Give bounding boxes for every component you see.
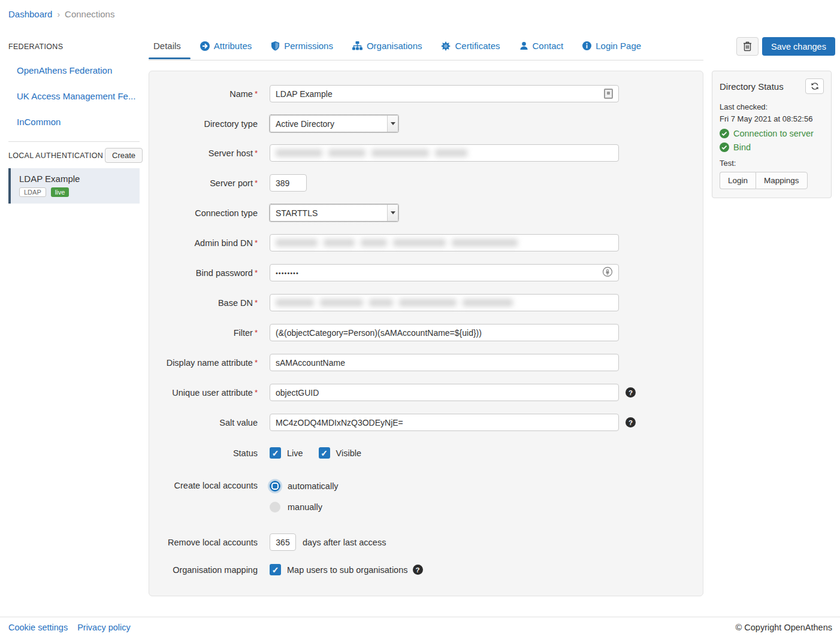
last-checked-value: Fri 7 May 2021 at 08:52:56 — [720, 113, 824, 125]
help-icon[interactable]: ? — [626, 387, 636, 398]
test-label: Test: — [720, 159, 824, 168]
visible-checkbox[interactable]: ✓ — [319, 447, 330, 459]
display-name-attribute-label: Display name attribute* — [149, 358, 258, 368]
help-icon[interactable]: ? — [626, 417, 636, 427]
required-marker: * — [255, 89, 258, 98]
save-changes-button[interactable]: Save changes — [762, 37, 835, 56]
tab-attributes[interactable]: Attributes — [191, 40, 261, 58]
live-checkbox[interactable]: ✓ — [270, 447, 281, 459]
user-icon — [519, 41, 528, 50]
remove-days-suffix: days after last access — [303, 538, 386, 547]
form-row-filter: Filter* (&(objectCategory=Person)(sAMAcc… — [149, 324, 703, 341]
server-port-label: Server port* — [149, 178, 258, 188]
server-host-label: Server host* — [149, 148, 258, 158]
tab-details[interactable]: Details — [149, 40, 191, 58]
chevron-down-icon — [387, 205, 398, 221]
tab-permissions[interactable]: Permissions — [261, 40, 343, 58]
shield-icon — [271, 41, 280, 51]
test-login-button[interactable]: Login — [720, 172, 756, 189]
required-marker: * — [255, 268, 258, 277]
display-name-attribute-input[interactable]: sAMAccountName — [270, 354, 619, 371]
tab-bar: Details Attributes Permissions Organisat… — [149, 40, 703, 60]
remove-days-input[interactable]: 365 — [270, 533, 296, 551]
manually-radio[interactable] — [270, 502, 280, 512]
map-users-checkbox[interactable]: ✓ — [270, 564, 281, 575]
tab-organisations[interactable]: Organisations — [343, 40, 432, 58]
form-row-name: Name* LDAP Example — [149, 85, 703, 102]
redacted-value — [276, 239, 518, 247]
automatically-radio-label: automatically — [288, 481, 339, 491]
organisation-mapping-label: Organisation mapping — [149, 565, 258, 575]
sidebar-item-uk-access-management[interactable]: UK Access Management Fe... — [17, 91, 135, 101]
base-dn-label: Base DN* — [149, 298, 258, 308]
footer: Cookie settings Privacy policy © Copyrig… — [0, 617, 840, 617]
sidebar-divider — [8, 141, 140, 142]
required-marker: * — [255, 358, 258, 367]
required-marker: * — [255, 238, 258, 247]
create-connection-button[interactable]: Create — [105, 148, 143, 163]
connection-live-badge: live — [51, 187, 70, 197]
form-row-unique-user-attribute: Unique user attribute* objectGUID ? — [149, 384, 703, 401]
directory-status-title: Directory Status — [720, 81, 784, 92]
connection-type-badge: LDAP — [19, 187, 46, 197]
breadcrumb-dashboard-link[interactable]: Dashboard — [8, 9, 52, 19]
redacted-value — [276, 299, 513, 307]
server-host-input[interactable] — [270, 144, 619, 162]
cookie-settings-link[interactable]: Cookie settings — [8, 623, 68, 632]
page: Dashboard › Connections FEDERATIONS Open… — [0, 0, 840, 643]
form-row-server-host: Server host* — [149, 144, 703, 162]
tab-attributes-label: Attributes — [214, 41, 252, 51]
form-row-connection-type: Connection type STARTTLS — [149, 204, 703, 222]
status-connection-label: Connection to server — [733, 129, 814, 138]
refresh-status-button[interactable] — [805, 78, 824, 94]
required-marker: * — [255, 148, 258, 157]
connection-type-select[interactable]: STARTTLS — [270, 204, 398, 222]
tab-certificates[interactable]: Certificates — [431, 40, 509, 58]
breadcrumb-separator-icon: › — [57, 10, 60, 19]
federations-heading: FEDERATIONS — [8, 43, 63, 51]
local-authentication-heading: LOCAL AUTHENTICATION — [8, 151, 103, 160]
name-label: Name* — [149, 89, 258, 99]
sidebar-item-openathens-federation[interactable]: OpenAthens Federation — [17, 65, 112, 75]
unique-user-attribute-label: Unique user attribute* — [149, 388, 258, 398]
tab-contact[interactable]: Contact — [510, 40, 573, 58]
form-row-organisation-mapping: Organisation mapping ✓ Map users to sub … — [149, 564, 703, 575]
status-label: Status — [149, 448, 258, 458]
admin-bind-dn-input[interactable] — [270, 234, 619, 251]
last-checked-label: Last checked: — [720, 101, 824, 113]
required-marker: * — [255, 328, 258, 337]
details-form-panel: Name* LDAP Example Directory type Active… — [149, 71, 703, 596]
privacy-policy-link[interactable]: Privacy policy — [77, 623, 131, 632]
sidebar-item-incommon[interactable]: InCommon — [17, 117, 61, 127]
password-manager-lock-icon[interactable] — [602, 266, 613, 279]
sidebar-item-ldap-example[interactable]: LDAP Example LDAP live — [8, 168, 140, 204]
tab-details-label: Details — [153, 41, 181, 51]
base-dn-input[interactable] — [270, 294, 619, 311]
form-row-directory-type: Directory type Active Directory — [149, 115, 703, 132]
form-row-create-local-accounts: Create local accounts automatically manu… — [149, 481, 703, 512]
unique-user-attribute-input[interactable]: objectGUID — [270, 384, 619, 401]
status-bind-label: Bind — [733, 142, 751, 152]
delete-connection-button[interactable] — [736, 37, 759, 56]
test-mappings-button[interactable]: Mappings — [756, 172, 808, 189]
trash-icon — [743, 41, 752, 51]
bind-password-input[interactable]: •••••••• — [270, 264, 619, 281]
help-icon[interactable]: ? — [413, 565, 423, 575]
form-row-salt-value: Salt value MC4zODQ4MDIxNzQ3ODEyNjE= ? — [149, 414, 703, 431]
automatically-radio[interactable] — [270, 481, 280, 492]
connection-type-label: Connection type — [149, 208, 258, 218]
breadcrumb: Dashboard › Connections — [8, 9, 114, 19]
tab-login-page[interactable]: Login Page — [573, 40, 651, 58]
server-port-input[interactable]: 389 — [270, 174, 307, 192]
manually-radio-label: manually — [288, 502, 322, 512]
bind-password-label: Bind password* — [149, 268, 258, 278]
autofill-extension-icon[interactable] — [604, 89, 613, 99]
tab-organisations-label: Organisations — [367, 41, 422, 51]
directory-type-select[interactable]: Active Directory — [270, 115, 398, 132]
name-input[interactable]: LDAP Example — [270, 85, 619, 102]
salt-value-input[interactable]: MC4zODQ4MDIxNzQ3ODEyNjE= — [270, 414, 619, 431]
directory-type-label: Directory type — [149, 119, 258, 129]
redacted-value — [276, 149, 467, 157]
filter-input[interactable]: (&(objectCategory=Person)(sAMAccountName… — [270, 324, 619, 341]
status-bind: Bind — [720, 142, 824, 152]
